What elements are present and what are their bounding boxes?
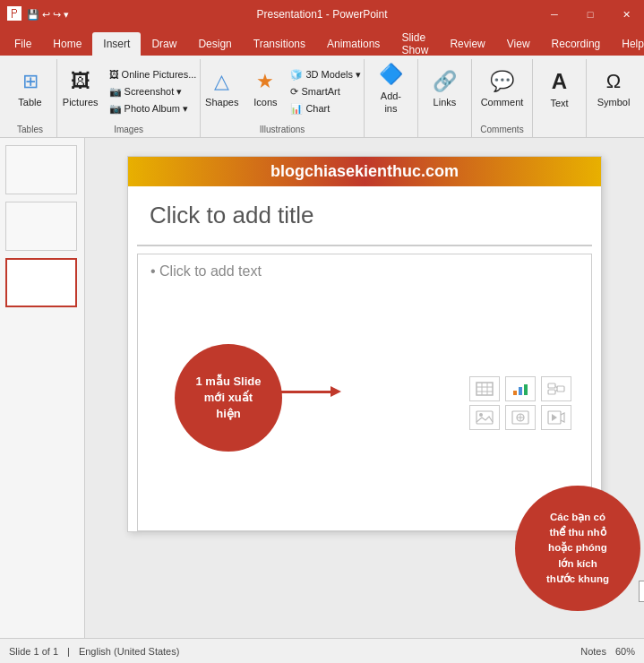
online-pictures-icon: 🖼 (109, 69, 119, 80)
pictures-icon: 🖼 (71, 69, 90, 95)
tab-animations[interactable]: Animations (316, 32, 391, 56)
title-bar-left: 🅿 💾 ↩ ↪ ▾ (7, 6, 69, 22)
pictures-label: Pictures (63, 96, 99, 108)
smartart-icon: ⟳ (290, 86, 298, 98)
links-button[interactable]: 🔗 Links (425, 63, 464, 115)
ribbon-group-text: A Text (533, 59, 587, 137)
slide-canvas: blogchiasekienthuc.com Click to add titl… (127, 156, 602, 532)
insert-video-icon[interactable] (541, 405, 571, 430)
slide-title-placeholder[interactable]: Click to add title (150, 202, 580, 229)
insert-chart-icon[interactable] (505, 376, 536, 401)
insert-smartart-icon[interactable] (541, 376, 571, 401)
screenshot-label: Screenshot ▾ (125, 86, 183, 98)
chart-icon: 📊 (290, 103, 303, 115)
addins-content: 🔷 Add-ins (371, 59, 410, 134)
slide-title-area[interactable]: Click to add title (137, 193, 592, 246)
insert-table-icon[interactable] (469, 376, 500, 401)
notes-button[interactable]: Notes (580, 646, 606, 657)
callout-left: 1 mẫu Slide mới xuất hiện (175, 344, 282, 452)
insert-online-picture-icon[interactable] (505, 405, 536, 430)
svg-rect-10 (557, 386, 564, 392)
addins-label: Add-ins (381, 90, 401, 116)
shapes-button[interactable]: △ Shapes (200, 63, 244, 115)
tab-file[interactable]: File (4, 32, 42, 56)
slide-info: Slide 1 of 1 (9, 646, 58, 657)
symbol-label: Symbol (597, 96, 631, 108)
tab-home[interactable]: Home (42, 32, 92, 56)
tab-draw[interactable]: Draw (141, 32, 187, 56)
add-slide-button[interactable]: + (639, 581, 644, 602)
main-area: blogchiasekienthuc.com Click to add titl… (0, 138, 644, 638)
screenshot-button[interactable]: 📷 Screenshot ▾ (106, 83, 201, 99)
tab-transitions[interactable]: Transitions (243, 32, 316, 56)
ribbon-group-illustrations: △ Shapes ★ Icons 🧊 3D Models ▾ ⟳ SmartAr… (201, 59, 365, 137)
table-icon: ⊞ (22, 69, 39, 95)
text-button[interactable]: A Text (540, 63, 580, 115)
icons-button[interactable]: ★ Icons (245, 63, 285, 115)
icons-icon: ★ (256, 69, 274, 95)
photo-album-icon: 📷 (109, 103, 122, 115)
online-pictures-label: Online Pictures... (122, 69, 197, 80)
tab-review[interactable]: Review (439, 32, 495, 56)
images-content: 🖼 Pictures 🖼 Online Pictures... 📷 Screen… (57, 59, 201, 125)
chart-button[interactable]: 📊 Chart (287, 100, 365, 116)
title-bar-controls: ─ □ ✕ (537, 0, 644, 29)
watermark: blogchiasekienthuc.com (128, 157, 601, 186)
status-bar: Slide 1 of 1 | English (United States) N… (0, 638, 644, 663)
table-label: Table (18, 96, 41, 108)
pictures-button[interactable]: 🖼 Pictures (57, 63, 104, 115)
ribbon: ⊞ Table Tables 🖼 Pictures 🖼 Online Pictu… (0, 56, 644, 138)
images-group-label: Images (114, 125, 143, 137)
tables-content: ⊞ Table (11, 59, 50, 125)
slide-content-placeholder[interactable]: • Click to add text (150, 263, 579, 280)
tab-slideshow[interactable]: Slide Show (391, 32, 439, 56)
ribbon-tabs: File Home Insert Draw Design Transitions… (0, 29, 644, 56)
links-label: Links (434, 96, 457, 108)
chart-label: Chart (305, 103, 330, 114)
slide-thumb-2[interactable] (5, 202, 77, 251)
ribbon-group-tables: ⊞ Table Tables (4, 59, 57, 137)
table-button[interactable]: ⊞ Table (11, 63, 50, 115)
addins-button[interactable]: 🔷 Add-ins (371, 63, 410, 115)
ribbon-group-symbol: Ω Symbol (587, 59, 640, 137)
3d-models-button[interactable]: 🧊 3D Models ▾ (287, 66, 365, 82)
insert-picture-icon[interactable] (469, 405, 500, 430)
smartart-label: SmartArt (301, 86, 339, 97)
maximize-button[interactable]: □ (572, 0, 608, 29)
svg-rect-7 (524, 384, 528, 395)
comment-label: Comment (481, 96, 524, 108)
photo-album-button[interactable]: 📷 Photo Album ▾ (106, 100, 201, 116)
shapes-icon: △ (214, 69, 229, 95)
tab-insert[interactable]: Insert (92, 32, 141, 56)
slide-thumb-1[interactable] (5, 145, 77, 194)
minimize-button[interactable]: ─ (537, 0, 572, 29)
tab-view[interactable]: View (496, 32, 541, 56)
close-button[interactable]: ✕ (608, 0, 644, 29)
callout-right: Các bạn có thể thu nhỏ hoặc phóng lớn kí… (515, 486, 640, 611)
arrow-left (280, 391, 334, 393)
pp-icon: 🅿 (7, 6, 21, 22)
tab-recording[interactable]: Recording (541, 32, 612, 56)
svg-rect-8 (548, 383, 555, 388)
links-content: 🔗 Links (425, 59, 464, 134)
ribbon-group-addins: 🔷 Add-ins (365, 59, 418, 137)
text-label: Text (550, 97, 568, 109)
arrow-left-head (331, 386, 341, 397)
text-content: A Text (540, 59, 580, 134)
comment-icon: 💬 (490, 69, 514, 95)
illustrations-small: 🧊 3D Models ▾ ⟳ SmartArt 📊 Chart (287, 63, 365, 116)
slide-thumb-3[interactable] (5, 258, 77, 307)
online-pictures-button[interactable]: 🖼 Online Pictures... (106, 66, 201, 82)
tab-help[interactable]: Help (611, 32, 644, 56)
links-icon: 🔗 (433, 69, 457, 95)
tab-design[interactable]: Design (187, 32, 242, 56)
ribbon-group-comments: 💬 Comment Comments (472, 59, 533, 137)
screenshot-icon: 📷 (109, 86, 122, 98)
symbol-button[interactable]: Ω Symbol (592, 63, 636, 115)
svg-rect-5 (513, 391, 517, 395)
language-info: English (United States) (79, 646, 180, 657)
smartart-button[interactable]: ⟳ SmartArt (287, 83, 365, 99)
shapes-label: Shapes (205, 96, 238, 108)
comment-button[interactable]: 💬 Comment (476, 63, 529, 115)
3d-models-icon: 🧊 (290, 69, 303, 81)
